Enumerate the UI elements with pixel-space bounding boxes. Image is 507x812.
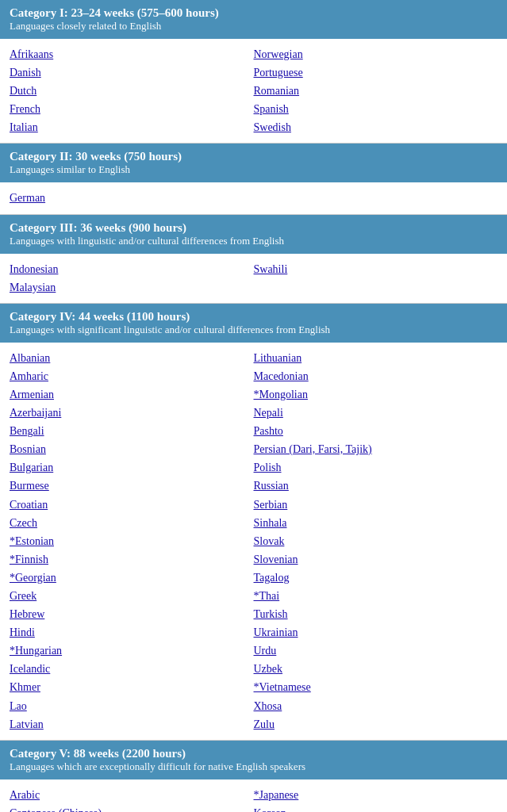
language-link[interactable]: Turkish	[254, 605, 498, 623]
right-column: NorwegianPortugueseRomanianSpanishSwedis…	[254, 45, 498, 136]
language-grid: German	[10, 189, 497, 207]
language-link[interactable]: Czech	[10, 514, 254, 532]
category-header-cat1: Category I: 23–24 weeks (575–600 hours) …	[0, 0, 507, 39]
language-link[interactable]: Portuguese	[254, 63, 498, 82]
language-link[interactable]: Polish	[254, 458, 498, 477]
language-link[interactable]: Albanian	[10, 349, 254, 367]
category-subtitle: Languages closely related to English	[10, 20, 497, 33]
language-link[interactable]: Danish	[10, 63, 254, 82]
language-link[interactable]: Serbian	[254, 496, 498, 514]
language-link[interactable]: Xhosa	[254, 697, 498, 715]
right-column	[254, 189, 498, 207]
category-body-cat5: ArabicCantonese (Chinese)Mandarin (Chine…	[0, 779, 507, 812]
category-title: Category I: 23–24 weeks (575–600 hours)	[10, 6, 497, 20]
language-link[interactable]: Uzbek	[254, 660, 498, 678]
language-link[interactable]: Urdu	[254, 642, 498, 660]
language-link[interactable]: Latvian	[10, 715, 254, 733]
language-link[interactable]: Slovak	[254, 532, 498, 550]
category-subtitle: Languages similar to English	[10, 163, 497, 176]
language-link[interactable]: Arabic	[10, 786, 254, 804]
language-link[interactable]: Indonesian	[10, 260, 254, 278]
category-subtitle: Languages which are exceptionally diffic…	[10, 760, 497, 773]
language-link[interactable]: Italian	[10, 118, 254, 136]
language-grid: AfrikaansDanishDutchFrenchItalianNorwegi…	[10, 45, 497, 136]
language-link[interactable]: Cantonese (Chinese)	[10, 804, 254, 812]
category-subtitle: Languages with linguistic and/or cultura…	[10, 235, 497, 247]
category-subtitle: Languages with significant linguistic an…	[10, 324, 497, 336]
language-link[interactable]: French	[10, 100, 254, 118]
category-title: Category II: 30 weeks (750 hours)	[10, 150, 497, 163]
language-link[interactable]: Tagalog	[254, 569, 498, 587]
language-grid: IndonesianMalaysianSwahili	[10, 260, 497, 297]
right-column: LithuanianMacedonian*MongolianNepaliPash…	[254, 349, 498, 733]
language-link[interactable]: Slovenian	[254, 550, 498, 569]
language-link[interactable]: Armenian	[10, 385, 254, 404]
category-body-cat3: IndonesianMalaysianSwahili	[0, 254, 507, 303]
language-link[interactable]: Swedish	[254, 118, 498, 136]
language-link[interactable]: Malaysian	[10, 278, 254, 297]
language-link[interactable]: Hebrew	[10, 605, 254, 623]
language-link[interactable]: *Finnish	[10, 550, 254, 569]
category-title: Category III: 36 weeks (900 hours)	[10, 221, 497, 235]
language-link[interactable]: Azerbaijani	[10, 404, 254, 422]
category-body-cat2: German	[0, 182, 507, 213]
language-link[interactable]: Dutch	[10, 82, 254, 100]
language-link[interactable]: *Georgian	[10, 569, 254, 587]
category-body-cat4: AlbanianAmharicArmenianAzerbaijaniBengal…	[0, 343, 507, 740]
language-link[interactable]: *Japanese	[254, 786, 498, 804]
category-header-cat2: Category II: 30 weeks (750 hours) Langua…	[0, 144, 507, 182]
language-link[interactable]: Lao	[10, 697, 254, 715]
language-link[interactable]: Ukrainian	[254, 623, 498, 642]
category-header-cat3: Category III: 36 weeks (900 hours) Langu…	[0, 215, 507, 254]
language-grid: ArabicCantonese (Chinese)Mandarin (Chine…	[10, 786, 497, 812]
language-link[interactable]: Spanish	[254, 100, 498, 118]
language-link[interactable]: Pashto	[254, 422, 498, 440]
language-link[interactable]: Bulgarian	[10, 458, 254, 477]
language-link[interactable]: Zulu	[254, 715, 498, 733]
language-link[interactable]: Amharic	[10, 367, 254, 385]
left-column: IndonesianMalaysian	[10, 260, 254, 297]
language-link[interactable]: Icelandic	[10, 660, 254, 678]
language-link[interactable]: Burmese	[10, 477, 254, 495]
language-link[interactable]: Macedonian	[254, 367, 498, 385]
language-link[interactable]: Korean	[254, 804, 498, 812]
language-link[interactable]: Hindi	[10, 623, 254, 642]
language-link[interactable]: Romanian	[254, 82, 498, 100]
language-link[interactable]: *Estonian	[10, 532, 254, 550]
language-link[interactable]: Croatian	[10, 496, 254, 514]
left-column: AlbanianAmharicArmenianAzerbaijaniBengal…	[10, 349, 254, 733]
language-link[interactable]: *Mongolian	[254, 385, 498, 404]
category-title: Category V: 88 weeks (2200 hours)	[10, 747, 497, 760]
language-link[interactable]: Persian (Dari, Farsi, Tajik)	[254, 440, 498, 458]
language-link[interactable]: Nepali	[254, 404, 498, 422]
language-link[interactable]: *Vietnamese	[254, 678, 498, 696]
language-link[interactable]: German	[10, 189, 254, 207]
language-link[interactable]: *Thai	[254, 587, 498, 605]
right-column: Swahili	[254, 260, 498, 297]
left-column: German	[10, 189, 254, 207]
language-link[interactable]: Greek	[10, 587, 254, 605]
language-link[interactable]: Sinhala	[254, 514, 498, 532]
left-column: AfrikaansDanishDutchFrenchItalian	[10, 45, 254, 136]
right-column: *JapaneseKorean	[254, 786, 498, 812]
language-link[interactable]: Lithuanian	[254, 349, 498, 367]
category-header-cat4: Category IV: 44 weeks (1100 hours) Langu…	[0, 304, 507, 343]
language-link[interactable]: Afrikaans	[10, 45, 254, 63]
language-link[interactable]: Norwegian	[254, 45, 498, 63]
language-link[interactable]: Russian	[254, 477, 498, 495]
language-link[interactable]: Swahili	[254, 260, 498, 278]
category-header-cat5: Category V: 88 weeks (2200 hours) Langua…	[0, 741, 507, 779]
language-link[interactable]: Khmer	[10, 678, 254, 696]
category-body-cat1: AfrikaansDanishDutchFrenchItalianNorwegi…	[0, 39, 507, 143]
language-grid: AlbanianAmharicArmenianAzerbaijaniBengal…	[10, 349, 497, 733]
left-column: ArabicCantonese (Chinese)Mandarin (Chine…	[10, 786, 254, 812]
language-link[interactable]: Bosnian	[10, 440, 254, 458]
language-link[interactable]: *Hungarian	[10, 642, 254, 660]
category-title: Category IV: 44 weeks (1100 hours)	[10, 310, 497, 324]
language-link[interactable]: Bengali	[10, 422, 254, 440]
